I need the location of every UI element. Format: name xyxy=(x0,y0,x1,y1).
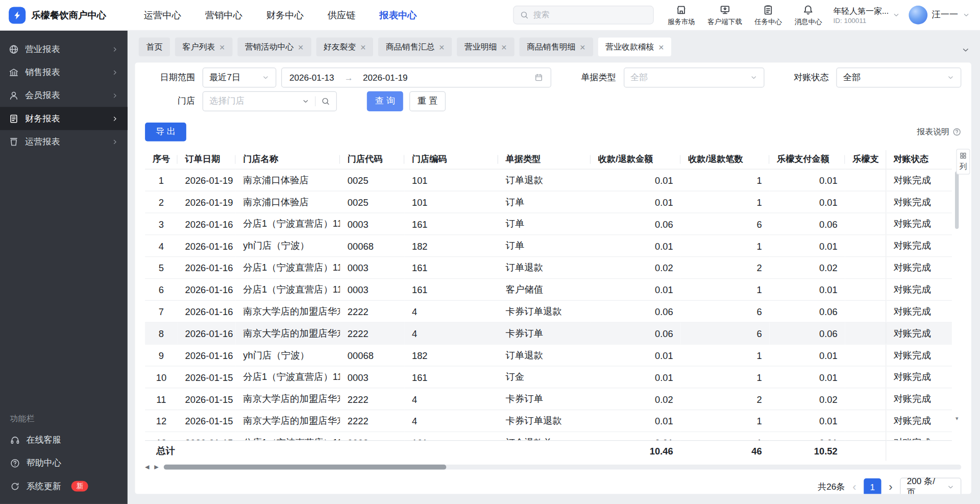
nav-item-3[interactable]: 财务中心 xyxy=(266,9,304,21)
sidebar-footer-item-3[interactable]: 系统更新新 xyxy=(0,474,128,497)
doc-type-label: 单据类型 xyxy=(566,72,616,83)
cell: 1 xyxy=(680,191,769,213)
prev-page-button[interactable]: ‹ xyxy=(852,481,856,494)
summary-lemon-amount: 10.52 xyxy=(769,441,845,461)
scroll-down-arrow-icon[interactable]: ▾ xyxy=(955,415,959,421)
tab-7[interactable]: 商品销售明细× xyxy=(519,37,593,56)
cell: 4 xyxy=(404,388,498,410)
sidebar-item-3[interactable]: 会员报表 xyxy=(0,84,128,107)
table-row-12[interactable]: 122026-01-15南京大学店的加盟店华东22224卡券订单退款0.0110… xyxy=(145,410,952,432)
store-search-icon[interactable] xyxy=(321,97,330,106)
tab-6[interactable]: 营业明细× xyxy=(457,37,514,56)
next-page-button[interactable]: › xyxy=(889,481,892,494)
store-label: 门店 xyxy=(145,95,195,107)
scroll-left-arrow-icon[interactable]: ◀ xyxy=(145,464,149,470)
cell: 南京大学店的加盟店华东 xyxy=(236,388,340,410)
quick-action-1[interactable]: 服务市场 xyxy=(668,4,695,26)
scroll-right-arrow-icon[interactable]: ▶ xyxy=(154,464,158,470)
vertical-scrollbar-thumb[interactable] xyxy=(955,172,959,229)
table-row-5[interactable]: 52026-01-16分店1（宁波直营店）110003161订单退款0.0220… xyxy=(145,257,952,279)
store-placeholder: 选择门店 xyxy=(209,95,244,107)
sidebar-item-4[interactable]: 财务报表 xyxy=(0,107,128,130)
table-row-4[interactable]: 42026-01-16yh门店（宁波）00068182订单0.0110.01对账… xyxy=(145,235,952,257)
summary-empty-cell xyxy=(845,441,886,461)
cell: 0003 xyxy=(340,213,404,235)
tab-close-icon[interactable]: × xyxy=(298,42,304,52)
cell: 4 xyxy=(404,410,498,432)
nav-item-5[interactable]: 报表中心 xyxy=(379,9,416,21)
nav-item-2[interactable]: 营销中心 xyxy=(205,9,242,21)
cell: 4 xyxy=(404,300,498,322)
column-settings-button[interactable]: 列 xyxy=(956,149,970,174)
table-row-13[interactable]: 132026-01-15分店1（宁波直营店）110003161订金退款单0.01… xyxy=(145,432,952,441)
quick-action-2[interactable]: 客户端下载 xyxy=(707,4,742,26)
cell: 对账完成 xyxy=(886,388,952,410)
tab-2[interactable]: 客户列表× xyxy=(175,37,232,56)
cell: 13 xyxy=(145,432,178,441)
cell: 1 xyxy=(680,344,769,366)
cell: 2 xyxy=(680,257,769,279)
vertical-scrollbar[interactable]: ▾ xyxy=(954,172,960,422)
date-range-input[interactable]: 2026-01-13 → 2026-01-19 xyxy=(281,67,551,87)
table-row-7[interactable]: 72026-01-16南京大学店的加盟店华东22224卡券订单退款0.0660.… xyxy=(145,300,952,322)
table-row-6[interactable]: 62026-01-16分店1（宁波直营店）110003161客户储值0.0110… xyxy=(145,279,952,301)
sidebar-item-5[interactable]: 运营报表 xyxy=(0,130,128,153)
table-row-1[interactable]: 12026-01-19南京浦口体验店0025101订单退款0.0110.01对账… xyxy=(145,169,952,191)
recon-status-select[interactable]: 全部 xyxy=(836,67,961,87)
user-menu[interactable]: 汪一一 xyxy=(909,6,970,25)
tab-close-icon[interactable]: × xyxy=(658,42,664,52)
tab-5[interactable]: 商品销售汇总× xyxy=(378,37,452,56)
export-button[interactable]: 导 出 xyxy=(145,123,186,141)
tab-8[interactable]: 营业收款稽核× xyxy=(598,37,671,56)
tab-3[interactable]: 营销活动中心× xyxy=(237,37,311,56)
sales-report-icon xyxy=(9,67,19,78)
tab-close-icon[interactable]: × xyxy=(501,42,507,52)
table-row-8[interactable]: 82026-01-16南京大学店的加盟店华东22224卡券订单0.0660.06… xyxy=(145,322,952,344)
sidebar-item-1[interactable]: 营业报表 xyxy=(0,37,128,60)
summary-row: 总计 10.46 46 10.52 xyxy=(145,440,952,461)
cell xyxy=(845,410,886,432)
merchant-switcher[interactable]: 年轻人第一家... ID: 100011 xyxy=(833,6,900,25)
app-window: 乐檬餐饮商户中心 运营中心营销中心财务中心供应链报表中心 搜索 服务市场客户端下… xyxy=(0,0,980,504)
column-header-9: 乐檬支付金额 xyxy=(769,150,845,169)
sidebar-footer-item-2[interactable]: 帮助中心 xyxy=(0,451,128,474)
sidebar-footer-item-1[interactable]: 在线客服 xyxy=(0,428,128,451)
report-help-link[interactable]: 报表说明 xyxy=(917,126,961,137)
nav-item-1[interactable]: 运营中心 xyxy=(144,9,181,21)
quick-action-3[interactable]: 任务中心 xyxy=(754,4,782,26)
grid-icon xyxy=(960,152,967,160)
table-row-11[interactable]: 112026-01-15南京大学店的加盟店华东22224卡券订单0.0220.0… xyxy=(145,388,952,410)
date-preset-select[interactable]: 最近7日 xyxy=(203,67,276,87)
nav-item-4[interactable]: 供应链 xyxy=(328,9,356,21)
search-input[interactable]: 搜索 xyxy=(513,6,654,25)
cell: yh门店（宁波） xyxy=(236,235,340,257)
query-button[interactable]: 查 询 xyxy=(367,91,403,111)
tab-bar: 首页客户列表×营销活动中心×好友裂变×商品销售汇总×营业明细×商品销售明细×营业… xyxy=(128,30,980,63)
cell: 2026-01-16 xyxy=(178,279,236,301)
cell: 0.01 xyxy=(769,344,845,366)
cell: 00068 xyxy=(340,235,404,257)
table-row-9[interactable]: 92026-01-16yh门店（宁波）00068182订单退款0.0110.01… xyxy=(145,344,952,366)
current-page-button[interactable]: 1 xyxy=(864,478,881,494)
table-row-2[interactable]: 22026-01-19南京浦口体验店0025101订单0.0110.01对账完成 xyxy=(145,191,952,213)
store-select[interactable]: 选择门店 xyxy=(203,91,337,111)
horizontal-scrollbar-thumb[interactable] xyxy=(164,465,446,470)
tab-close-icon[interactable]: × xyxy=(360,42,366,52)
doc-type-select[interactable]: 全部 xyxy=(623,67,764,87)
table-row-3[interactable]: 32026-01-16分店1（宁波直营店）110003161订单0.0660.0… xyxy=(145,213,952,235)
tab-1[interactable]: 首页 xyxy=(139,37,170,56)
tab-4[interactable]: 好友裂变× xyxy=(316,37,373,56)
page-size-select[interactable]: 200 条/页 xyxy=(900,478,961,494)
reset-button[interactable]: 重 置 xyxy=(409,91,446,111)
logo-icon xyxy=(9,7,26,23)
cell: 0.01 xyxy=(769,410,845,432)
cell: 2222 xyxy=(340,410,404,432)
tab-close-icon[interactable]: × xyxy=(580,42,585,52)
tab-close-icon[interactable]: × xyxy=(219,42,225,52)
table-row-10[interactable]: 102026-01-15分店1（宁波直营店）110003161订金0.0110.… xyxy=(145,366,952,388)
tab-list-chevron-icon[interactable] xyxy=(961,45,970,54)
sidebar-item-2[interactable]: 销售报表 xyxy=(0,61,128,84)
horizontal-scrollbar-track[interactable] xyxy=(164,465,962,470)
quick-action-4[interactable]: 消息中心 xyxy=(795,4,822,26)
tab-close-icon[interactable]: × xyxy=(439,42,445,52)
